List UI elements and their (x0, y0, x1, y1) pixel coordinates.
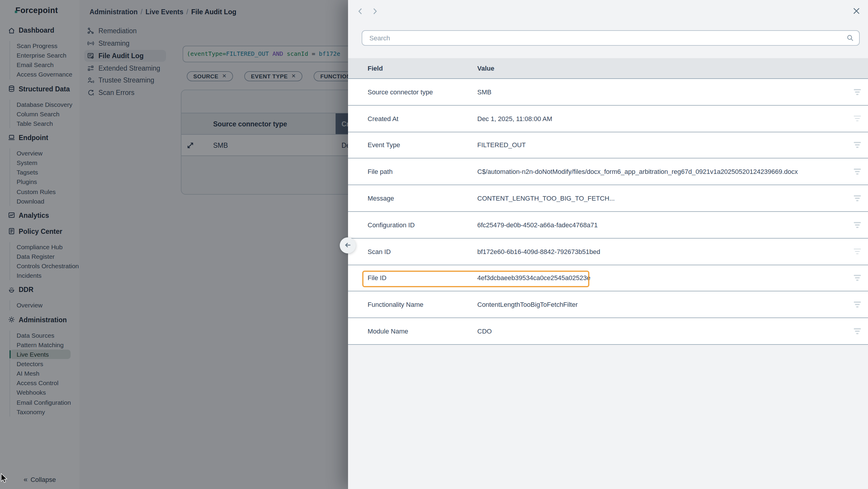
field-row-configuration-id[interactable]: Configuration ID 6fc25479-de0b-4502-a66a… (348, 212, 868, 238)
field-label: Source connector type (368, 79, 433, 105)
field-label: Scan ID (368, 238, 391, 265)
field-value: 6fc25479-de0b-4502-a66a-fadec4768a71 (477, 212, 598, 238)
column-header-value: Value (477, 58, 494, 78)
row-filter-icon[interactable] (853, 116, 861, 122)
row-filter-icon[interactable] (853, 249, 861, 255)
field-value: CONTENT_LENGTH_TOO_BIG_TO_FETCH... (477, 185, 615, 211)
field-value: C$/automation-n2n-doNotModify/files/docx… (477, 159, 798, 185)
field-label: Created At (368, 106, 398, 132)
field-label: File ID (368, 265, 386, 291)
field-value: FILTERED_OUT (477, 132, 526, 158)
column-header-field: Field (368, 58, 383, 78)
row-filter-icon[interactable] (853, 142, 861, 148)
field-rows: Source connector type SMB Created At Dec… (348, 79, 868, 345)
mouse-cursor (1, 473, 8, 484)
field-label: Configuration ID (368, 212, 415, 238)
field-value: ContentLengthTooBigToFetchFilter (477, 292, 578, 318)
row-filter-icon[interactable] (853, 302, 861, 308)
previous-record-icon[interactable] (356, 7, 364, 16)
row-filter-icon[interactable] (853, 328, 861, 334)
field-label: Event Type (368, 132, 400, 158)
field-row-message[interactable]: Message CONTENT_LENGTH_TOO_BIG_TO_FETCH.… (348, 185, 868, 212)
field-row-module-name[interactable]: Module Name CDO (348, 318, 868, 345)
row-filter-icon[interactable] (853, 275, 861, 281)
event-detail-panel: Field Value Source connector type SMB Cr… (348, 0, 868, 489)
field-value: bf172e60-6b16-409d-8842-792673b51bed (477, 238, 600, 265)
record-pager (356, 7, 378, 16)
arrow-left-icon (344, 241, 352, 249)
field-label: Message (368, 185, 394, 211)
next-record-icon[interactable] (370, 7, 378, 16)
field-row-functionality-name[interactable]: Functionality Name ContentLengthTooBigTo… (348, 292, 868, 318)
row-filter-icon[interactable] (853, 195, 861, 201)
row-filter-icon[interactable] (853, 89, 861, 95)
close-icon[interactable] (852, 6, 861, 16)
collapse-panel-button[interactable] (340, 237, 356, 253)
field-label: File path (368, 159, 393, 185)
field-value: CDO (477, 318, 492, 344)
field-label: Functionality Name (368, 292, 423, 318)
field-value: 4ef3dcbaeeb39534ca0ce2545a02523e (477, 265, 591, 291)
panel-search (361, 31, 860, 46)
search-icon (847, 34, 854, 41)
field-value: Dec 1, 2025, 11:08:00 AM (477, 106, 552, 132)
field-label: Module Name (368, 318, 408, 344)
field-row-scan-id[interactable]: Scan ID bf172e60-6b16-409d-8842-792673b5… (348, 238, 868, 265)
row-filter-icon[interactable] (853, 222, 861, 228)
field-row-created-at[interactable]: Created At Dec 1, 2025, 11:08:00 AM (348, 106, 868, 132)
search-input[interactable] (368, 34, 847, 42)
app-window: Forcepoint Dashboard Scan Progress Enter… (0, 0, 868, 489)
field-row-file-id[interactable]: File ID 4ef3dcbaeeb39534ca0ce2545a02523e (348, 265, 868, 292)
field-value-header: Field Value (348, 58, 868, 79)
field-value: SMB (477, 79, 492, 105)
field-row-event-type[interactable]: Event Type FILTERED_OUT (348, 132, 868, 159)
field-row-source-connector-type[interactable]: Source connector type SMB (348, 79, 868, 106)
row-filter-icon[interactable] (853, 169, 861, 175)
field-row-file-path[interactable]: File path C$/automation-n2n-doNotModify/… (348, 159, 868, 185)
